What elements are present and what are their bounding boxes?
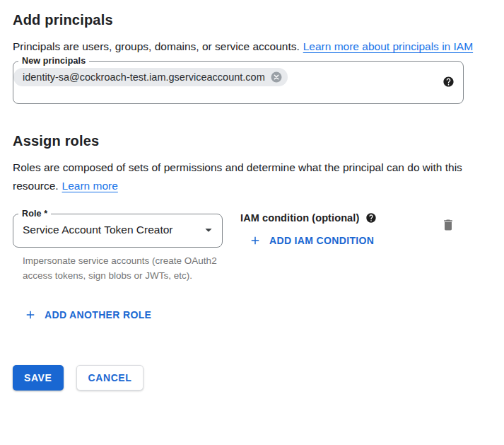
principals-description: Principals are users, groups, domains, o… <box>13 37 476 56</box>
iam-condition-help-icon[interactable] <box>365 212 377 224</box>
help-icon <box>365 212 377 224</box>
learn-more-roles-link[interactable]: Learn more <box>62 180 118 192</box>
principal-chip-label: identity-sa@cockroach-test.iam.gservicea… <box>23 71 265 83</box>
new-principals-field[interactable]: New principals identity-sa@cockroach-tes… <box>13 56 464 104</box>
principals-description-text: Principals are users, groups, domains, o… <box>13 40 300 52</box>
roles-description: Roles are composed of sets of permission… <box>13 158 476 195</box>
add-another-role-button[interactable]: ADD ANOTHER ROLE <box>24 308 151 321</box>
principal-chip[interactable]: identity-sa@cockroach-test.iam.gservicea… <box>13 68 288 86</box>
add-another-role-label: ADD ANOTHER ROLE <box>45 309 151 320</box>
assign-roles-title: Assign roles <box>13 132 491 149</box>
delete-role-button[interactable] <box>441 218 455 232</box>
iam-condition-label: IAM condition (optional) <box>240 212 359 224</box>
role-select[interactable]: Role * Service Account Token Creator <box>13 209 223 248</box>
add-principals-panel: Add principals Principals are users, gro… <box>0 0 504 391</box>
new-principals-label: New principals <box>18 56 89 66</box>
cancel-button[interactable]: CANCEL <box>76 365 144 391</box>
page-title: Add principals <box>13 11 491 28</box>
role-label: Role * <box>18 209 51 219</box>
learn-more-principals-link[interactable]: Learn more about principals in IAM <box>303 40 473 52</box>
iam-condition-label-row: IAM condition (optional) <box>240 212 377 224</box>
role-description: Impersonate service accounts (create OAu… <box>23 253 222 283</box>
new-principals-help-icon[interactable] <box>443 76 455 88</box>
role-selected-value: Service Account Token Creator <box>23 224 173 236</box>
chip-remove-button[interactable] <box>270 71 283 83</box>
dropdown-arrow-icon <box>201 222 216 238</box>
save-button[interactable]: SAVE <box>13 365 64 391</box>
role-select-value-row[interactable]: Service Account Token Creator <box>13 219 222 247</box>
cancel-icon <box>270 71 283 83</box>
trash-icon <box>441 218 455 232</box>
role-entry-row: Role * Service Account Token Creator Imp… <box>13 209 491 283</box>
add-iam-condition-button[interactable]: ADD IAM CONDITION <box>249 234 374 247</box>
help-icon <box>443 76 455 88</box>
role-column: Role * Service Account Token Creator Imp… <box>13 209 240 283</box>
dialog-actions: SAVE CANCEL <box>13 365 491 391</box>
plus-icon <box>24 308 37 321</box>
iam-condition-column: IAM condition (optional) ADD IAM CONDITI… <box>240 209 377 250</box>
add-iam-condition-label: ADD IAM CONDITION <box>269 235 374 246</box>
plus-icon <box>249 234 262 247</box>
